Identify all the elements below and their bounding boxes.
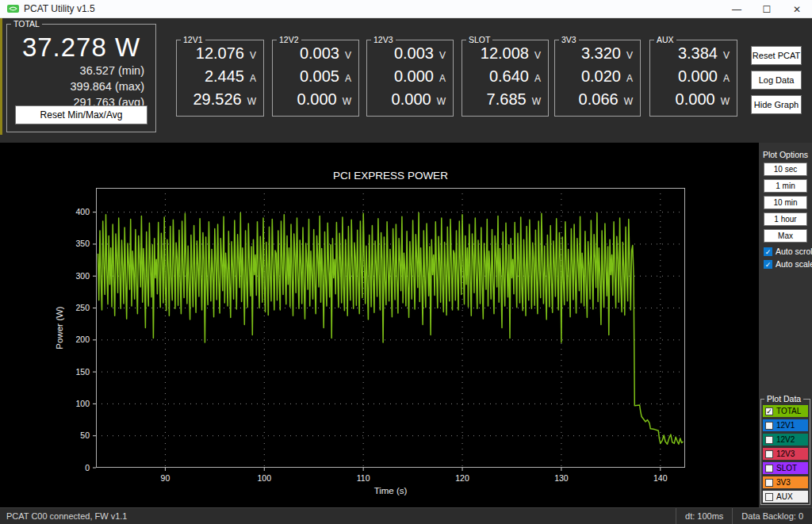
- chart-title: PCI EXPRESS POWER: [333, 170, 448, 182]
- rail-label: 12V2: [277, 35, 301, 45]
- auto-scale-checkbox[interactable]: ✓ Auto scale: [764, 259, 812, 269]
- rail-power: 29.526: [193, 90, 242, 109]
- reset-minmaxavg-button[interactable]: Reset Min/Max/Avg: [15, 105, 147, 124]
- rail-label: 12V3: [371, 35, 396, 45]
- pci-express-power-chart: 9010011012013014005010015020025030035040…: [0, 143, 759, 507]
- checkbox-unchecked-icon[interactable]: [765, 450, 773, 458]
- range-1min-button[interactable]: 1 min: [764, 179, 807, 193]
- checkbox-unchecked-icon[interactable]: [765, 436, 773, 444]
- unit-volts: V: [345, 50, 351, 61]
- auto-scroll-label: Auto scroll: [776, 247, 812, 256]
- hide-graph-button[interactable]: Hide Graph: [751, 95, 802, 114]
- checkbox-unchecked-icon[interactable]: [765, 493, 773, 501]
- unit-volts: V: [723, 50, 730, 61]
- plot-data-item-label: TOTAL: [776, 407, 801, 415]
- unit-watts: W: [624, 96, 633, 107]
- plot-data-item-12v1[interactable]: 12V1: [763, 419, 808, 431]
- rail-current: 0.000: [394, 67, 434, 86]
- rail-current: 2.445: [205, 67, 244, 86]
- status-bar: PCAT C00 connected, FW v1.1 dt: 100ms Da…: [0, 507, 812, 524]
- auto-scroll-checkbox[interactable]: ✓ Auto scroll: [764, 247, 812, 256]
- svg-text:300: 300: [75, 271, 90, 281]
- rail-power: 0.000: [392, 90, 431, 109]
- plot-data-item-label: AUX: [776, 492, 793, 501]
- rail-current: 0.640: [489, 67, 529, 86]
- plot-data-item-12v2[interactable]: 12V2: [763, 434, 808, 446]
- unit-amps: A: [626, 73, 633, 84]
- plot-data-item-label: 12V3: [776, 449, 795, 458]
- titlebar: PCAT Utility v1.5 — ☐ ✕: [0, 0, 812, 18]
- svg-text:140: 140: [653, 473, 668, 483]
- x-axis-label: Time (s): [374, 486, 408, 495]
- unit-amps: A: [250, 73, 256, 84]
- range-max-button[interactable]: Max: [764, 229, 807, 243]
- unit-watts: W: [532, 96, 541, 107]
- rail-current: 0.000: [678, 67, 718, 86]
- total-power-series-line: [98, 212, 684, 444]
- plot-data-item-total[interactable]: ✓TOTAL: [763, 405, 808, 417]
- auto-scale-label: Auto scale: [776, 259, 812, 269]
- unit-amps: A: [534, 73, 541, 84]
- total-min-value: 36.527 (min): [7, 63, 155, 78]
- log-data-button[interactable]: Log Data: [751, 71, 802, 90]
- plot-sidebar: Plot Options 10 sec 1 min 10 min 1 hour …: [759, 143, 812, 507]
- plot-data-item-label: SLOT: [776, 464, 797, 472]
- plot-data-item-3v3[interactable]: 3V3: [763, 476, 808, 488]
- svg-text:200: 200: [75, 335, 90, 344]
- rail-groupbox-12v2: 12V2 0.003V 0.005A 0.000W: [272, 40, 359, 117]
- svg-text:100: 100: [258, 473, 272, 483]
- plot-data-item-label: 3V3: [776, 478, 791, 487]
- rail-label: AUX: [654, 35, 676, 45]
- rail-groupbox-12v1: 12V1 12.076V 2.445A 29.526W: [176, 40, 264, 117]
- checkbox-unchecked-icon[interactable]: [765, 422, 773, 430]
- rail-voltage: 12.008: [481, 44, 529, 63]
- unit-watts: W: [343, 96, 351, 107]
- screen-edge-artifact: [0, 18, 2, 135]
- unit-amps: A: [723, 73, 730, 84]
- maximize-button[interactable]: ☐: [752, 0, 782, 18]
- unit-volts: V: [534, 50, 541, 61]
- window-title: PCAT Utility v1.5: [24, 3, 95, 14]
- rail-voltage: 3.384: [678, 44, 718, 63]
- plot-data-item-slot[interactable]: SLOT: [763, 462, 808, 474]
- checkbox-unchecked-icon[interactable]: [765, 479, 773, 487]
- rail-label: 12V1: [181, 35, 205, 45]
- rail-label: 3V3: [559, 35, 579, 45]
- plot-data-item-12v3[interactable]: 12V3: [763, 448, 808, 460]
- pcat-utility-window: PCAT Utility v1.5 — ☐ ✕ TOTAL 37.278 W 3…: [0, 0, 812, 524]
- minimize-button[interactable]: —: [722, 0, 752, 18]
- rail-current: 0.020: [581, 67, 621, 86]
- unit-volts: V: [626, 50, 633, 61]
- rail-groupbox-slot: SLOT 12.008V 0.640A 7.685W: [462, 40, 549, 117]
- app-icon: [7, 4, 19, 13]
- data-backlog: Data Backlog: 0: [732, 508, 812, 524]
- range-10min-button[interactable]: 10 min: [764, 196, 807, 209]
- measurement-panel: TOTAL 37.278 W 36.527 (min) 399.864 (max…: [0, 18, 812, 143]
- checkbox-checked-icon[interactable]: ✓: [765, 407, 773, 415]
- range-10sec-button[interactable]: 10 sec: [764, 163, 807, 176]
- svg-text:400: 400: [75, 207, 90, 216]
- rail-groupbox-3v3: 3V3 3.320V 0.020A 0.066W: [554, 40, 641, 117]
- chart-region: 9010011012013014005010015020025030035040…: [0, 143, 759, 507]
- reset-pcat-button[interactable]: Reset PCAT: [751, 46, 802, 65]
- plot-data-item-aux[interactable]: AUX: [763, 491, 808, 503]
- unit-watts: W: [721, 96, 730, 107]
- close-button[interactable]: ✕: [782, 0, 812, 18]
- plot-data-groupbox: Plot Data ✓TOTAL12V112V212V3SLOT3V3AUX: [760, 399, 810, 505]
- svg-text:120: 120: [455, 473, 469, 483]
- svg-text:130: 130: [554, 473, 569, 483]
- unit-volts: V: [250, 50, 256, 61]
- range-1hour-button[interactable]: 1 hour: [764, 212, 807, 226]
- checkbox-unchecked-icon[interactable]: [765, 465, 773, 472]
- rail-voltage: 0.003: [394, 44, 434, 63]
- rail-current: 0.005: [300, 67, 339, 86]
- plot-options-label: Plot Options: [759, 150, 812, 159]
- total-label: TOTAL: [11, 19, 42, 29]
- rail-voltage: 12.076: [196, 44, 244, 63]
- y-axis-label: Power (W): [55, 306, 64, 349]
- svg-text:100: 100: [75, 399, 90, 408]
- svg-text:0: 0: [85, 463, 90, 472]
- unit-amps: A: [439, 73, 446, 84]
- checkbox-checked-icon: ✓: [764, 247, 772, 256]
- plot-data-label: Plot Data: [764, 394, 803, 404]
